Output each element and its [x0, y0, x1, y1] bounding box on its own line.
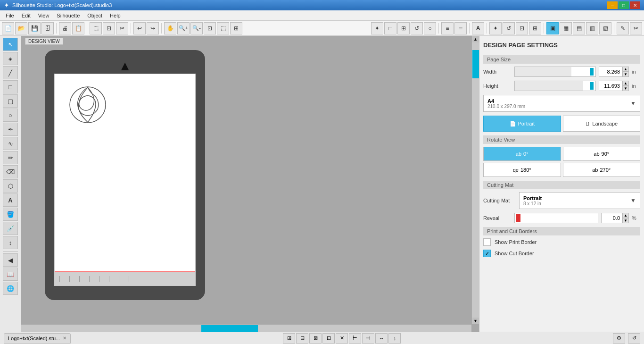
tb15[interactable]: ▤: [573, 22, 585, 34]
menu-edit[interactable]: Edit: [18, 12, 34, 19]
tb4[interactable]: ↺: [411, 22, 423, 34]
width-slider[interactable]: [514, 67, 596, 77]
rotate-180-button[interactable]: qe 180°: [483, 163, 561, 177]
delete-btn[interactable]: ✕: [336, 333, 348, 344]
maximize-button[interactable]: □: [619, 1, 629, 9]
tb7[interactable]: ≣: [454, 22, 467, 34]
tb19[interactable]: ✂: [630, 22, 642, 34]
t-extra[interactable]: ⊞: [230, 22, 242, 34]
close-button[interactable]: ✕: [630, 1, 640, 9]
pan-button[interactable]: ✋: [164, 22, 176, 34]
reveal-up[interactable]: ▲: [622, 213, 629, 218]
reveal-spinner[interactable]: ▲ ▼: [622, 213, 629, 223]
zoom-fit-button[interactable]: ⊡: [204, 22, 216, 34]
tb10[interactable]: ↺: [503, 22, 515, 34]
tb13[interactable]: ▣: [546, 22, 559, 34]
select-button[interactable]: ⬚: [217, 22, 229, 34]
minimize-button[interactable]: –: [607, 1, 618, 9]
print-button[interactable]: 🖨: [59, 22, 71, 34]
zoom-in-button[interactable]: 🔍+: [177, 22, 190, 34]
scroll-thumb-v[interactable]: [472, 50, 479, 78]
pencil-tool[interactable]: ✏: [3, 151, 18, 164]
height-up[interactable]: ▲: [622, 81, 629, 86]
tb17[interactable]: ▧: [599, 22, 611, 34]
tb5[interactable]: ○: [424, 22, 436, 34]
polygon-tool[interactable]: ⬡: [3, 179, 18, 193]
save-as-button[interactable]: 🗄: [41, 22, 54, 34]
height-slider[interactable]: [514, 81, 596, 91]
tb3[interactable]: ⊞: [397, 22, 410, 34]
eyedropper-tool[interactable]: 💉: [3, 222, 18, 235]
rotate-0-button[interactable]: ab 0°: [483, 147, 561, 161]
tb11[interactable]: ⊡: [516, 22, 528, 34]
paste-button[interactable]: ⊡: [103, 22, 115, 34]
rect-tool[interactable]: □: [3, 80, 18, 93]
group-btn[interactable]: ⊠: [309, 333, 322, 344]
scroll-bar-horizontal[interactable]: [21, 324, 471, 332]
tb16[interactable]: ▥: [586, 22, 598, 34]
menu-view[interactable]: View: [34, 12, 53, 19]
tb2[interactable]: □: [384, 22, 396, 34]
menu-help[interactable]: Help: [106, 12, 124, 19]
flip-h-btn[interactable]: ↔: [375, 333, 388, 344]
scroll-up-btn[interactable]: ▲: [472, 36, 479, 42]
save-button[interactable]: 💾: [28, 22, 41, 34]
page-prev-tool[interactable]: ◀: [3, 253, 18, 267]
reveal-slider[interactable]: [514, 213, 598, 223]
open-button[interactable]: 📂: [15, 22, 27, 34]
tb14[interactable]: ▦: [560, 22, 572, 34]
gear-button[interactable]: ⚙: [613, 333, 625, 344]
copy-button[interactable]: ⬚: [90, 22, 102, 34]
width-thumb[interactable]: [590, 68, 594, 76]
rotate-270-button[interactable]: ab 270°: [563, 163, 641, 177]
reveal-down[interactable]: ▼: [622, 218, 629, 223]
paper-dropdown-arrow[interactable]: ▼: [630, 100, 636, 107]
ellipse-tool[interactable]: ○: [3, 109, 18, 122]
bezier-tool[interactable]: ∿: [3, 137, 18, 150]
flip-v-btn[interactable]: ↕: [388, 333, 401, 344]
move-page-tool[interactable]: ↕: [3, 236, 18, 249]
undo-button[interactable]: ↩: [133, 22, 146, 34]
landscape-button[interactable]: 🗋 Landscape: [563, 116, 641, 132]
page-book-tool[interactable]: 📖: [3, 268, 18, 281]
tab-close[interactable]: ✕: [63, 336, 66, 341]
tb9[interactable]: ✦: [489, 22, 502, 34]
print-border-checkbox[interactable]: [483, 238, 491, 246]
file-tab[interactable]: Logo+txt(Scaled).stu... ✕: [4, 333, 71, 344]
reveal-input[interactable]: [601, 213, 622, 223]
line-tool[interactable]: ╱: [3, 66, 18, 79]
send-button[interactable]: 📋: [72, 22, 84, 34]
rotate-90-button[interactable]: ab 90°: [563, 147, 641, 161]
menu-silhouette[interactable]: Silhouette: [53, 12, 83, 19]
select-tool[interactable]: ↖: [3, 38, 18, 51]
pen-tool[interactable]: ✒: [3, 123, 18, 136]
refresh-button[interactable]: ↺: [628, 333, 640, 344]
dist-btn[interactable]: ⊣: [362, 333, 374, 344]
text-tool-left[interactable]: A: [3, 193, 18, 207]
erase-tool[interactable]: ⌫: [3, 165, 18, 178]
scroll-down-btn[interactable]: ▼: [472, 318, 479, 324]
cut-button[interactable]: ✂: [116, 22, 128, 34]
page-globe-tool[interactable]: 🌐: [3, 282, 18, 295]
align-btn[interactable]: ⊞: [283, 333, 295, 344]
text-tool[interactable]: A: [472, 22, 484, 34]
reveal-thumb[interactable]: [516, 214, 520, 222]
scroll-thumb-h[interactable]: [201, 325, 258, 332]
zoom-out-button[interactable]: 🔍-: [190, 22, 203, 34]
cutting-mat-dropdown[interactable]: Portrait 8 x 12 in ▼: [519, 192, 640, 209]
width-down[interactable]: ▼: [622, 72, 629, 77]
paint-bucket-tool[interactable]: 🪣: [3, 208, 18, 221]
scroll-bar-vertical[interactable]: ▲ ▼: [471, 36, 479, 324]
height-spinner[interactable]: ▲ ▼: [622, 81, 629, 91]
height-thumb[interactable]: [590, 82, 594, 90]
menu-object[interactable]: Object: [83, 12, 106, 19]
portrait-button[interactable]: 📄 Portrait: [483, 116, 561, 132]
snap-btn[interactable]: ⊟: [296, 333, 308, 344]
vector-button[interactable]: ✦: [371, 22, 383, 34]
width-up[interactable]: ▲: [622, 67, 629, 72]
tb18[interactable]: ✎: [617, 22, 629, 34]
height-input[interactable]: 11.693: [599, 81, 622, 91]
menu-file[interactable]: File: [2, 12, 18, 19]
new-button[interactable]: 📄: [2, 22, 14, 34]
redo-button[interactable]: ↪: [147, 22, 159, 34]
